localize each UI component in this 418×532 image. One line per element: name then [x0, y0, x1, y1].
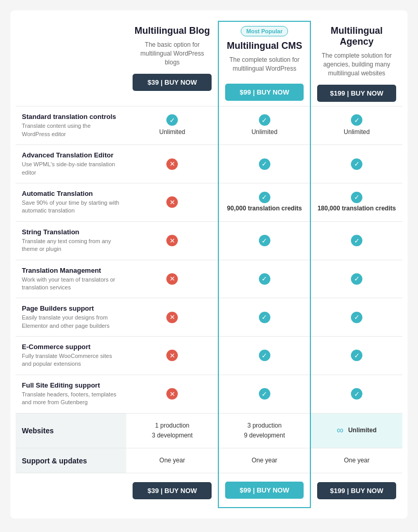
section-agency-value: One year: [310, 448, 402, 473]
feature-cms-cell: ✓Unlimited: [218, 107, 310, 145]
feature-cms-cell: ✓: [218, 145, 310, 183]
feature-value-text: ✓90,000 translation credits: [225, 192, 304, 213]
feature-cell: Advanced Translation EditorUse WPML's si…: [16, 145, 126, 183]
table-row: String TranslationTranslate any text com…: [16, 221, 402, 260]
section-label-cell: Support & updates: [16, 448, 126, 473]
pricing-table: Multilingual Blog The basic option for m…: [16, 21, 402, 508]
check-icon: ✓: [351, 158, 362, 170]
section-blog-text: 1 production3 development: [133, 421, 212, 441]
feature-agency-cell: ✓: [310, 337, 402, 375]
feature-name: Page Builders support: [22, 304, 120, 312]
unlimited-label: Unlimited: [344, 128, 370, 137]
feature-blog-cell: ✓Unlimited: [126, 107, 218, 145]
check-icon: ✓: [351, 350, 362, 361]
feature-description: Translate any text coming from any theme…: [22, 237, 120, 254]
feature-tbody: Standard translation controlsTranslate c…: [16, 107, 402, 413]
feature-name: String Translation: [22, 228, 120, 236]
check-icon: ✓: [351, 273, 362, 285]
feature-name: Standard translation controls: [22, 113, 120, 121]
feature-cms-cell: ✓90,000 translation credits: [218, 183, 310, 221]
unlimited-label: Unlimited: [159, 128, 185, 137]
table-row: Translation ManagementWork with your tea…: [16, 260, 402, 298]
feature-cell: Automatic TranslationSave 90% of your ti…: [16, 183, 126, 221]
feature-cms-cell: ✓: [218, 298, 310, 337]
feature-agency-cell: ✓180,000 translation credits: [310, 183, 402, 221]
most-popular-badge: Most Popular: [241, 26, 289, 36]
buy-button-agency[interactable]: $199 | BUY NOW: [317, 85, 396, 102]
plan-desc-cms: The complete solution for multilingual W…: [225, 56, 304, 76]
feature-description: Easily translate your designs from Eleme…: [22, 314, 120, 330]
feature-agency-cell: ✓: [310, 375, 402, 413]
feature-blog-cell: ✕: [126, 337, 218, 375]
section-cms-text: One year: [225, 456, 304, 466]
feature-cell: String TranslationTranslate any text com…: [16, 221, 126, 260]
feature-cell: Standard translation controlsTranslate c…: [16, 107, 126, 145]
plan-header-agency: Multilingual Agency The complete solutio…: [310, 21, 402, 107]
feature-value-text: ✓180,000 translation credits: [317, 192, 396, 213]
unlimited-cell: ✓Unlimited: [317, 114, 396, 137]
footer-buy-blog-cell: $39 | BUY NOW: [126, 473, 218, 508]
plan-header-cms: Most Popular Multilingual CMS The comple…: [218, 21, 310, 107]
cross-icon: ✕: [166, 312, 178, 323]
check-icon: ✓: [166, 114, 178, 126]
plan-name-cms: Multilingual CMS: [225, 41, 304, 51]
agency-unlimited-cell: ∞Unlimited: [317, 425, 396, 436]
check-icon: ✓: [351, 192, 362, 203]
feature-cell: Full Site Editing supportTranslate heade…: [16, 375, 126, 413]
feature-description: Translate headers, footers, templates an…: [22, 391, 120, 407]
feature-description: Work with your team of translators or tr…: [22, 276, 120, 292]
feature-blog-cell: ✕: [126, 183, 218, 221]
buy-button-blog[interactable]: $39 | BUY NOW: [133, 74, 212, 91]
footer-buy-blog-button[interactable]: $39 | BUY NOW: [133, 482, 212, 499]
footer-buy-row: $39 | BUY NOW$99 | BUY NOW$199 | BUY NOW: [16, 473, 402, 508]
feature-description: Fully translate WooCommerce sites and po…: [22, 352, 120, 368]
buy-button-cms[interactable]: $99 | BUY NOW: [225, 84, 304, 101]
feature-cell: Translation ManagementWork with your tea…: [16, 260, 126, 298]
feature-description: Translate content using the WordPress ed…: [22, 122, 120, 138]
feature-blog-cell: ✕: [126, 221, 218, 260]
infinity-icon: ∞: [337, 425, 344, 436]
footer-buy-agency-button[interactable]: $199 | BUY NOW: [317, 482, 396, 499]
table-row: Full Site Editing supportTranslate heade…: [16, 375, 402, 413]
check-icon: ✓: [351, 235, 362, 246]
feature-blog-cell: ✕: [126, 260, 218, 298]
check-icon: ✓: [351, 312, 362, 323]
footer-buy-agency-cell: $199 | BUY NOW: [310, 473, 402, 508]
feature-cell: Page Builders supportEasily translate yo…: [16, 298, 126, 337]
section-agency-value: ∞Unlimited: [310, 413, 402, 448]
cross-icon: ✕: [166, 235, 178, 246]
table-row: Advanced Translation EditorUse WPML's si…: [16, 145, 402, 183]
table-row: Standard translation controlsTranslate c…: [16, 107, 402, 145]
check-icon: ✓: [259, 350, 270, 361]
table-row: Automatic TranslationSave 90% of your ti…: [16, 183, 402, 221]
section-blog-value: 1 production3 development: [126, 413, 218, 448]
feature-name: Translation Management: [22, 267, 120, 274]
pricing-table-wrapper: Multilingual Blog The basic option for m…: [10, 10, 408, 518]
footer-buy-cms-button[interactable]: $99 | BUY NOW: [225, 482, 304, 499]
check-icon: ✓: [259, 192, 270, 203]
pricing-footer: Websites1 production3 development3 produ…: [16, 413, 402, 508]
plan-name-blog: Multilingual Blog: [133, 25, 212, 36]
plan-header-blog: Multilingual Blog The basic option for m…: [126, 21, 218, 107]
check-icon: ✓: [259, 235, 270, 246]
section-label: Support & updates: [22, 457, 120, 465]
section-label: Websites: [22, 427, 120, 435]
feature-description: Use WPML's side-by-side translation edit…: [22, 161, 120, 177]
check-icon: ✓: [351, 114, 362, 126]
footer-buy-cms-cell: $99 | BUY NOW: [218, 473, 310, 508]
feature-cms-cell: ✓: [218, 221, 310, 260]
table-row: E-Commerce supportFully translate WooCom…: [16, 337, 402, 375]
unlimited-cell: ✓Unlimited: [225, 114, 304, 137]
plan-name-agency: Multilingual Agency: [317, 25, 396, 47]
footer-empty-cell: [16, 473, 126, 508]
check-icon: ✓: [259, 114, 270, 126]
feature-name: Advanced Translation Editor: [22, 151, 120, 159]
section-row: Websites1 production3 development3 produ…: [16, 413, 402, 448]
feature-agency-cell: ✓Unlimited: [310, 107, 402, 145]
feature-cms-cell: ✓: [218, 260, 310, 298]
feature-agency-cell: ✓: [310, 145, 402, 183]
plan-desc-blog: The basic option for multilingual WordPr…: [133, 41, 212, 66]
check-icon: ✓: [351, 388, 362, 400]
cross-icon: ✕: [166, 388, 178, 400]
feature-name: Automatic Translation: [22, 190, 120, 197]
